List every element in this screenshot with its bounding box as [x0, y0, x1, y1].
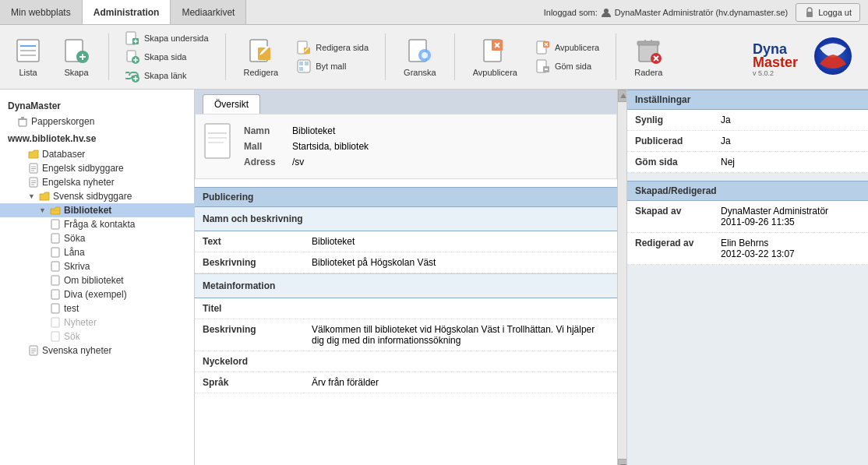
tab-oversikt[interactable]: Översikt: [203, 94, 260, 114]
text-value: Biblioteket: [304, 231, 617, 252]
radera-label: Radera: [634, 68, 662, 77]
dynamaster-logo: Dyna Master v 5.0.2: [751, 34, 852, 77]
top-nav: Min webbplats Administration Mediaarkive…: [0, 0, 868, 25]
redigera-group: Redigera sida Byt mall: [292, 39, 373, 75]
sidebar-item-skriva[interactable]: Skriva: [0, 259, 194, 273]
skapa-sida-label: Skapa sida: [144, 52, 186, 62]
skapad-av-date: 2011-09-26 11:35: [721, 217, 795, 227]
sidebar-item-label: Papperskorgen: [31, 116, 94, 127]
gom-sida-button[interactable]: Göm sida: [531, 58, 604, 75]
redigerad-av-value: Elin Behrns 2012-03-22 13:07: [713, 233, 868, 265]
main-layout: DynaMaster Papperskorgen www.bibliotek.h…: [0, 90, 868, 465]
sidebar-item-engelsk-sidbyggare[interactable]: Engelsk sidbyggare: [0, 161, 194, 175]
avpublicera-sida-button[interactable]: Avpublicera: [531, 39, 604, 56]
publicering-header: Publicering: [195, 187, 617, 207]
adress-value: /sv: [292, 155, 376, 169]
sidebar-item-label: Fråga & kontakta: [64, 219, 135, 230]
sidebar-item-lana[interactable]: Låna: [0, 245, 194, 259]
redigerad-av-key: Redigerad av: [627, 233, 713, 265]
synlig-key: Synlig: [627, 110, 713, 131]
skapa-button[interactable]: Skapa: [56, 33, 97, 80]
sidebar-item-label: Om biblioteket: [64, 275, 124, 286]
lista-button[interactable]: Lista: [8, 33, 48, 80]
page-large-icon: [203, 122, 235, 160]
page-icon: [50, 317, 61, 328]
redigera-icon: [247, 37, 275, 65]
sidebar-item-label: Skriva: [64, 261, 90, 272]
svg-point-31: [422, 52, 428, 58]
sidebar-item-om-biblioteket[interactable]: Om biblioteket: [0, 273, 194, 287]
svg-rect-70: [51, 290, 59, 299]
skapa-group: Skapa undersida Skapa sida Skapa länk: [121, 30, 213, 84]
gom-value: Nej: [713, 152, 868, 173]
namn-beskrivning-table: Text Biblioteket Beskrivning Biblioteket…: [195, 231, 617, 273]
sidebar-item-label: Diva (exempel): [64, 289, 127, 300]
skapa-label: Skapa: [64, 68, 88, 77]
logout-button[interactable]: Logga ut: [796, 3, 860, 22]
sidebar-item-fraga-kontakta[interactable]: Fråga & kontakta: [0, 217, 194, 231]
sidebar-item-biblioteket[interactable]: ▼ Biblioteket: [0, 203, 194, 217]
skapa-sida-button[interactable]: Skapa sida: [121, 48, 213, 65]
tab-mediaarkivet[interactable]: Mediaarkivet: [171, 0, 246, 24]
text-key: Text: [195, 231, 304, 252]
skapa-undersida-button[interactable]: Skapa undersida: [121, 30, 213, 47]
svg-rect-72: [51, 318, 59, 327]
page-icon: [50, 275, 61, 286]
byt-mall-button[interactable]: Byt mall: [292, 58, 373, 75]
sidebar-item-label: Nyheter: [64, 317, 97, 328]
skapa-undersida-label: Skapa undersida: [144, 33, 209, 43]
user-icon: [601, 7, 612, 18]
sidebar-item-nyheter[interactable]: Nyheter: [0, 315, 194, 329]
radera-button[interactable]: Radera: [628, 33, 669, 80]
sidebar-item-papperskorgen[interactable]: Papperskorgen: [0, 114, 194, 129]
sidebar-item-label: Sök: [64, 331, 80, 342]
toolbar: Lista Skapa Skapa undersida: [0, 25, 868, 90]
svg-marker-82: [620, 93, 626, 98]
sidebar-item-sok[interactable]: Sök: [0, 329, 194, 343]
trash-icon: [17, 116, 28, 127]
svg-rect-27: [305, 62, 309, 65]
svg-rect-73: [51, 332, 59, 341]
divider-1: [108, 33, 109, 80]
sidebar-item-databaser[interactable]: Databaser: [0, 147, 194, 161]
sidebar-item-svensk-sidbyggare[interactable]: ▼ Svensk sidbyggare: [0, 189, 194, 203]
sidebar-item-svenska-nyheter[interactable]: Svenska nyheter: [0, 343, 194, 358]
top-nav-right: Inloggad som: DynaMaster Administratör (…: [544, 0, 868, 24]
page-icon: [50, 331, 61, 342]
sidebar-item-engelska-nyheter[interactable]: Engelska nyheter: [0, 175, 194, 189]
login-info: Inloggad som: DynaMaster Administratör (…: [544, 7, 788, 18]
sidebar-item-test[interactable]: test: [0, 301, 194, 315]
svg-rect-65: [51, 220, 59, 229]
svg-rect-44: [637, 41, 659, 45]
sidebar-item-label: Svenska nyheter: [42, 345, 111, 356]
sidebar-item-label: Engelsk sidbyggare: [42, 163, 124, 174]
redigera-label: Redigera: [244, 68, 279, 77]
skapa-lank-button[interactable]: Skapa länk: [121, 67, 213, 84]
tab-min-webbplats[interactable]: Min webbplats: [0, 0, 83, 24]
sidebar-item-label: Svensk sidbyggare: [53, 191, 132, 202]
sidebar-item-soka[interactable]: Söka: [0, 231, 194, 245]
avpublicera-sida-label: Avpublicera: [555, 43, 599, 52]
svg-rect-78: [205, 124, 230, 158]
synlig-value: Ja: [713, 110, 868, 131]
skapa-icon: [62, 37, 90, 65]
gom-sida-label: Göm sida: [555, 62, 591, 71]
tab-administration[interactable]: Administration: [83, 0, 171, 24]
center-scrollbar[interactable]: [617, 90, 626, 465]
sidebar-item-diva[interactable]: Diva (exempel): [0, 287, 194, 301]
beskrivning2-key: Beskrivning: [195, 319, 304, 351]
skapad-header: Skapad/Redigerad: [627, 181, 868, 201]
lock-icon: [804, 7, 815, 18]
divider-4: [454, 33, 455, 80]
mall-key: Mall: [244, 139, 291, 153]
granska-button[interactable]: Granska: [397, 33, 443, 80]
sidebar-item-label: test: [64, 303, 79, 314]
svg-rect-69: [51, 276, 59, 285]
publicerad-key: Publicerad: [627, 131, 713, 152]
page-icon: [50, 247, 61, 258]
redigera-button[interactable]: Redigera: [238, 33, 285, 80]
redigera-sida-button[interactable]: Redigera sida: [292, 39, 373, 56]
avpublicera-button[interactable]: Avpublicera: [467, 33, 524, 80]
logo-area: Dyna Master v 5.0.2: [751, 34, 860, 79]
redigerad-av-name: Elin Behrns: [721, 238, 768, 248]
